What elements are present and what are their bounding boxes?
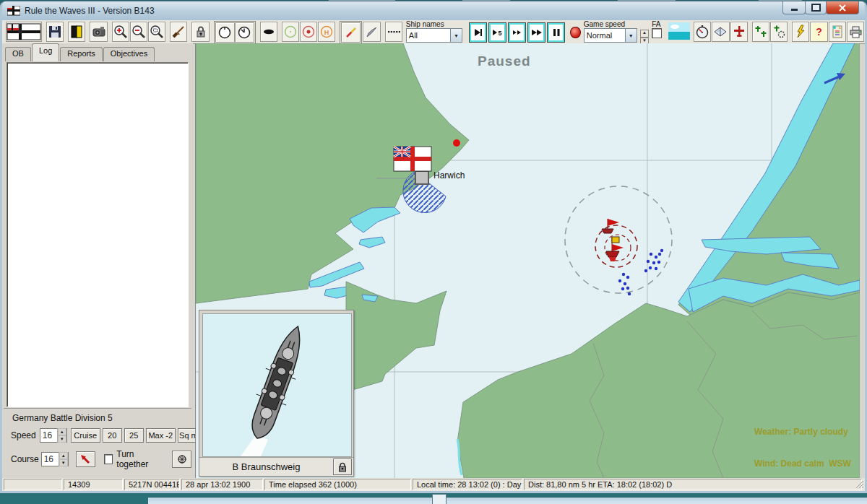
port-marker-harwich[interactable] xyxy=(415,171,428,184)
battleship-sprite xyxy=(242,321,313,443)
dots-button[interactable] xyxy=(385,22,402,42)
selected-ship-name: B Braunschweig xyxy=(199,461,333,472)
speed-25-button[interactable]: 25 xyxy=(124,428,144,443)
dash-button[interactable] xyxy=(260,22,277,42)
status-cell-elapsed: Time elapsed 362 (1000) xyxy=(264,479,411,490)
zoom-area-button[interactable] xyxy=(148,22,165,42)
map-book-button[interactable] xyxy=(712,22,729,42)
minimize-button[interactable] xyxy=(782,1,806,14)
division-title: Germany Battle Division 5 xyxy=(12,413,113,423)
hold-glyph: H xyxy=(324,29,329,36)
play-5-button[interactable]: 5 xyxy=(488,22,506,43)
course-stepper[interactable]: 16 ▲▼ xyxy=(41,452,69,466)
red-contact-dot[interactable] xyxy=(453,139,460,147)
plane-red-button[interactable] xyxy=(730,22,748,42)
status-cell-id: 14309 xyxy=(64,479,123,490)
step-button[interactable] xyxy=(469,22,487,43)
signal-flag-button[interactable] xyxy=(68,22,85,42)
contact-hold-button[interactable]: H xyxy=(318,22,335,42)
speed-cruise-button[interactable]: Cruise xyxy=(71,428,100,443)
play-fast-button[interactable] xyxy=(508,22,526,43)
contact-green-button[interactable] xyxy=(282,22,299,42)
clock-button[interactable] xyxy=(215,22,235,43)
scroll-button[interactable] xyxy=(829,22,846,42)
speed-20-button[interactable]: 20 xyxy=(103,428,122,443)
turn-together-label: Turn together xyxy=(116,449,163,469)
maximize-button[interactable] xyxy=(805,1,827,14)
save-button[interactable] xyxy=(46,22,64,42)
formation-wheel-button[interactable] xyxy=(172,451,191,468)
german-ensign-button[interactable] xyxy=(6,22,42,42)
zoom-in-button[interactable] xyxy=(112,22,129,42)
tab-ob[interactable]: OB xyxy=(5,47,31,61)
lock-icon xyxy=(338,462,347,472)
splash-line-button[interactable] xyxy=(341,22,361,43)
background-window-strip xyxy=(0,493,867,504)
maximize-icon xyxy=(811,4,821,12)
camera-button[interactable] xyxy=(90,22,107,42)
spin-down-icon[interactable]: ▼ xyxy=(58,435,66,443)
set-course-button[interactable] xyxy=(76,451,95,467)
speed-led-icon xyxy=(570,27,580,38)
ship-names-select[interactable]: All ▼ xyxy=(406,28,462,43)
wind-line: Wind: Dead calm WSW xyxy=(754,459,851,469)
game-speed-label: Game speed xyxy=(584,20,637,28)
close-button[interactable] xyxy=(826,1,859,14)
resize-grip[interactable] xyxy=(855,479,863,489)
weather-horizon-button[interactable] xyxy=(668,22,690,43)
camera-lock-button[interactable] xyxy=(333,459,352,475)
log-list[interactable] xyxy=(7,62,189,407)
game-speed-control: Game speed Normal ▼ xyxy=(584,20,637,43)
pause-button[interactable] xyxy=(547,22,565,43)
chevron-down-icon[interactable]: ▼ xyxy=(625,29,637,42)
status-bar: 14309 5217N 00441E 28 apr 13:02 1900 Tim… xyxy=(2,478,865,491)
chevron-down-icon[interactable]: ▼ xyxy=(450,29,462,42)
fa-control: FA xyxy=(652,20,662,38)
title-bar[interactable]: Rule the Waves III - Version B143 xyxy=(2,1,865,20)
tab-reports[interactable]: Reports xyxy=(60,47,103,61)
tab-log[interactable]: Log xyxy=(32,43,59,61)
ship-inset-view[interactable] xyxy=(202,313,352,457)
ship-top-view xyxy=(203,314,351,456)
planes-green-button[interactable] xyxy=(752,22,769,42)
game-speed-select[interactable]: Normal ▼ xyxy=(584,28,637,43)
window-title: Rule the Waves III - Version B143 xyxy=(25,6,155,16)
padlock-button[interactable] xyxy=(191,22,209,42)
paused-indicator: Paused xyxy=(478,53,531,69)
fa-checkbox[interactable] xyxy=(652,28,662,38)
status-cell-date: 28 apr 13:02 1900 xyxy=(181,479,263,490)
status-cell-distance: Dist: 81,80 nm 5 hr ETA: 18:02 (18:02) D xyxy=(524,479,862,490)
contact-red-button[interactable] xyxy=(300,22,317,42)
spin-up-icon[interactable]: ▲ xyxy=(59,452,68,459)
tab-objectives[interactable]: Objectives xyxy=(103,47,155,61)
stopwatch-button[interactable] xyxy=(694,22,711,42)
help-button[interactable]: ? xyxy=(810,22,827,42)
status-cell-position: 5217N 00441E xyxy=(124,479,180,490)
ship-wake xyxy=(241,434,268,456)
status-cell-empty xyxy=(4,479,62,490)
speed-stepper[interactable]: 16 ▲▼ xyxy=(40,428,67,443)
speed-max2-button[interactable]: Max -2 xyxy=(146,428,176,443)
weather-line: Weather: Partly cloudy xyxy=(754,427,848,437)
quill-button[interactable] xyxy=(363,22,380,42)
british-ensign-flag[interactable] xyxy=(394,147,431,171)
spin-up-icon[interactable]: ▲ xyxy=(640,30,649,38)
ship-names-control: Ship names All ▼ xyxy=(406,20,462,43)
plane-gear-button[interactable] xyxy=(770,22,788,42)
ship-names-label: Ship names xyxy=(406,20,462,28)
clock-hands-button[interactable] xyxy=(235,22,254,43)
background-window-edge xyxy=(148,497,867,504)
gun-button[interactable] xyxy=(170,22,187,42)
lightning-button[interactable] xyxy=(792,22,809,42)
main-toolbar: H Ship names All ▼ 5 xyxy=(2,20,865,44)
ship-inset-bar: B Braunschweig xyxy=(199,457,353,476)
port-label: Harwich xyxy=(434,170,465,181)
turn-together-checkbox[interactable] xyxy=(104,454,113,464)
ship-names-value: All xyxy=(407,31,450,40)
play-faster-button[interactable] xyxy=(527,22,545,43)
spin-up-icon[interactable]: ▲ xyxy=(58,428,66,435)
play5-glyph: 5 xyxy=(499,30,502,37)
spin-down-icon[interactable]: ▼ xyxy=(59,459,68,466)
printer-button[interactable] xyxy=(847,22,864,42)
zoom-out-button[interactable] xyxy=(130,22,147,42)
